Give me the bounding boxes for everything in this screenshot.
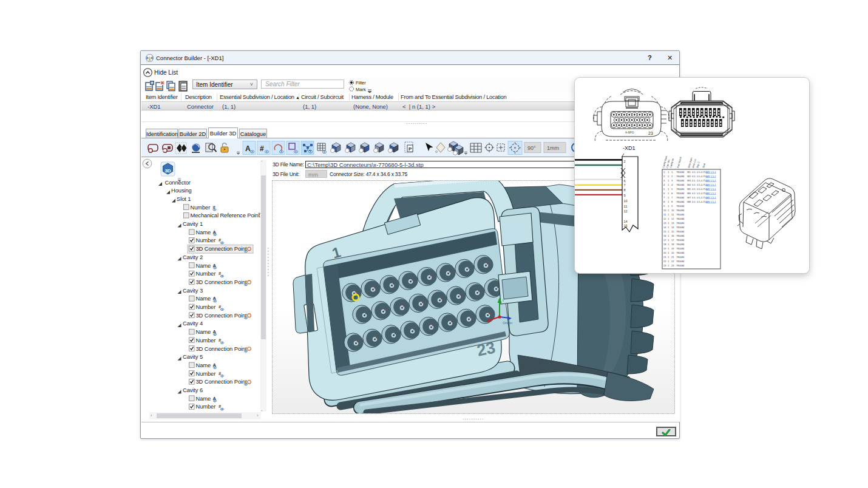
svg-text:780084: 780084 bbox=[676, 179, 685, 182]
svg-text:W7: W7 bbox=[687, 196, 691, 199]
svg-text:Connector: Connector bbox=[165, 179, 191, 186]
svg-text:780084: 780084 bbox=[676, 188, 685, 191]
svg-text:780084: 780084 bbox=[676, 205, 685, 208]
svg-text:10: 10 bbox=[671, 209, 674, 212]
svg-text:Cavity Nr: Cavity Nr bbox=[669, 157, 674, 168]
svg-text:0.5: 0.5 bbox=[692, 200, 696, 203]
svg-text:12: 12 bbox=[671, 217, 674, 220]
svg-text:Slot 1: Slot 1 bbox=[177, 195, 191, 202]
svg-text:AW 1.5-1: AW 1.5-1 bbox=[706, 183, 716, 186]
svg-text:0.5: 0.5 bbox=[692, 175, 696, 178]
svg-text:780084: 780084 bbox=[676, 200, 685, 203]
svg-text:23: 23 bbox=[648, 131, 653, 135]
svg-text:-XD1: -XD1 bbox=[623, 145, 636, 151]
svg-text:Cavity 3: Cavity 3 bbox=[183, 287, 203, 294]
svg-text:Number: Number bbox=[196, 337, 216, 344]
svg-text:Part Numb: Part Numb bbox=[676, 156, 682, 169]
svg-text:0.5: 0.5 bbox=[692, 188, 696, 191]
svg-text:Name: Name bbox=[196, 229, 211, 236]
svg-text:#: # bbox=[260, 144, 264, 153]
svg-text:AW 1.5-1: AW 1.5-1 bbox=[706, 196, 716, 199]
svg-text:W6: W6 bbox=[687, 192, 691, 195]
svg-text:Name: Name bbox=[196, 395, 211, 402]
svg-text:3D: 3D bbox=[164, 168, 171, 174]
svg-text:0.5: 0.5 bbox=[692, 171, 696, 174]
svg-text:Cavity 5: Cavity 5 bbox=[183, 353, 203, 360]
svg-text:6: 6 bbox=[624, 179, 626, 183]
svg-text:W3: W3 bbox=[687, 179, 691, 182]
svg-text:15: 15 bbox=[624, 224, 628, 228]
svg-text:780084: 780084 bbox=[676, 230, 685, 233]
svg-text:18: 18 bbox=[671, 243, 674, 246]
svg-text:Cavity 1: Cavity 1 bbox=[183, 220, 203, 227]
svg-text:7: 7 bbox=[624, 183, 626, 187]
svg-text:780084: 780084 bbox=[676, 196, 685, 199]
svg-text:0.5-0.75: 0.5-0.75 bbox=[697, 200, 706, 203]
svg-text:780084: 780084 bbox=[676, 175, 685, 178]
svg-text:AW 1.5-1: AW 1.5-1 bbox=[706, 171, 716, 174]
svg-text:780084: 780084 bbox=[676, 183, 685, 186]
svg-text:780084: 780084 bbox=[676, 171, 685, 174]
svg-text:0.5: 0.5 bbox=[692, 196, 696, 199]
svg-text:12: 12 bbox=[624, 209, 628, 213]
svg-text:Sig. C: Sig. C bbox=[696, 161, 700, 168]
svg-text:780084: 780084 bbox=[676, 222, 685, 225]
svg-text:3D Connection Point: 3D Connection Point bbox=[196, 378, 248, 385]
svg-text:0.5-0.75: 0.5-0.75 bbox=[697, 196, 706, 199]
svg-text:W8: W8 bbox=[687, 200, 691, 203]
svg-text:16: 16 bbox=[671, 234, 674, 237]
svg-text:780084: 780084 bbox=[676, 239, 685, 242]
svg-text:Name: Name bbox=[196, 262, 211, 269]
svg-text:23: 23 bbox=[671, 264, 674, 267]
svg-text:0.5-0.75: 0.5-0.75 bbox=[697, 183, 706, 186]
svg-text:0.5: 0.5 bbox=[692, 192, 696, 195]
svg-text:Name: Name bbox=[196, 328, 211, 335]
svg-text:0.5: 0.5 bbox=[692, 179, 696, 182]
svg-text:90°: 90° bbox=[527, 145, 536, 151]
svg-text:0.5-0.75: 0.5-0.75 bbox=[697, 175, 706, 178]
svg-text:AW 1.5-1: AW 1.5-1 bbox=[706, 175, 716, 178]
svg-text:Number: Number bbox=[196, 403, 216, 410]
svg-text:11: 11 bbox=[624, 205, 628, 208]
svg-text:18: 18 bbox=[663, 243, 666, 246]
svg-text:780084: 780084 bbox=[676, 209, 685, 212]
svg-text:10: 10 bbox=[624, 199, 628, 203]
svg-text:21: 21 bbox=[671, 256, 674, 259]
svg-text:17: 17 bbox=[663, 239, 666, 242]
svg-text:8: 8 bbox=[624, 188, 626, 192]
svg-text:Cavity 6: Cavity 6 bbox=[183, 387, 203, 393]
svg-text:15: 15 bbox=[671, 230, 674, 233]
svg-text:Number: Number bbox=[196, 303, 216, 310]
svg-text:0.5-0.75: 0.5-0.75 bbox=[697, 192, 706, 195]
svg-text:23: 23 bbox=[475, 338, 497, 360]
svg-text:Number: Number bbox=[196, 370, 216, 377]
svg-text:AW 1.5-1: AW 1.5-1 bbox=[706, 200, 716, 203]
svg-text:17: 17 bbox=[671, 239, 674, 242]
svg-text:780084: 780084 bbox=[676, 243, 685, 246]
svg-text:16: 16 bbox=[663, 234, 666, 237]
svg-text:W5: W5 bbox=[687, 188, 691, 191]
svg-text:W2: W2 bbox=[687, 175, 691, 178]
svg-text:Number: Number bbox=[191, 204, 211, 211]
svg-text:Mechanical Reference Point: Mechanical Reference Point bbox=[191, 212, 260, 219]
svg-text:780084: 780084 bbox=[676, 251, 685, 254]
svg-text:22: 22 bbox=[671, 260, 674, 263]
svg-text:0.5-0.75: 0.5-0.75 bbox=[697, 171, 706, 174]
svg-text:3D Connection Point: 3D Connection Point bbox=[196, 312, 248, 319]
svg-text:13: 13 bbox=[671, 222, 674, 225]
svg-text:0.5: 0.5 bbox=[692, 183, 696, 186]
svg-text:3D Connection Point: 3D Connection Point bbox=[196, 345, 248, 352]
svg-text:780084: 780084 bbox=[676, 264, 685, 267]
svg-text:3D Connection Point: 3D Connection Point bbox=[196, 245, 248, 252]
svg-text:23: 23 bbox=[663, 264, 666, 267]
svg-text:Name: Name bbox=[196, 362, 211, 368]
svg-text:10: 10 bbox=[663, 209, 666, 212]
svg-text:780084: 780084 bbox=[676, 247, 685, 250]
svg-text:Origin: Origin bbox=[503, 321, 512, 325]
svg-text:19: 19 bbox=[663, 247, 666, 250]
svg-text:Y: Y bbox=[502, 299, 504, 302]
svg-text:12: 12 bbox=[663, 217, 666, 220]
svg-text:21: 21 bbox=[663, 256, 666, 259]
svg-text:1mm: 1mm bbox=[547, 145, 559, 151]
svg-text:780084: 780084 bbox=[676, 192, 685, 195]
